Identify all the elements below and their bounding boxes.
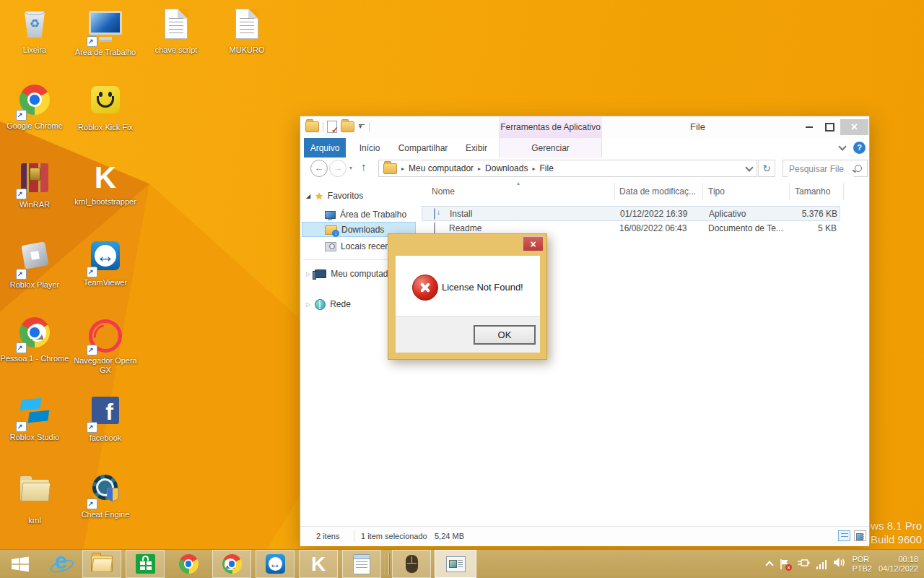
desktop-icon-pessoa1-chrome[interactable]: Pessoa 1 - Chrome	[0, 315, 69, 363]
desktop-icon-teamviewer[interactable]: TeamViewer	[71, 238, 140, 288]
minimize-button[interactable]	[800, 119, 819, 135]
properties-icon[interactable]	[327, 121, 337, 133]
title-bar[interactable]: Ferramentas de Aplicativo File	[300, 116, 869, 138]
breadcrumb-item[interactable]: Meu computador	[409, 163, 474, 173]
separator	[369, 122, 370, 132]
search-icon[interactable]	[855, 165, 862, 172]
sidebar-item-downloads[interactable]: Downloads	[325, 223, 384, 237]
taskbar: POR PTB2 00:18 04/12/2022	[0, 549, 924, 578]
ribbon-collapse-chevron-icon[interactable]	[838, 142, 846, 150]
maximize-button[interactable]	[820, 119, 839, 135]
qat-customize-caret-icon[interactable]	[358, 123, 365, 131]
breadcrumb-item[interactable]: File	[539, 163, 553, 173]
details-view-icon[interactable]	[838, 530, 850, 541]
chevron-up-icon[interactable]	[765, 561, 773, 569]
taskbar-internet-explorer[interactable]	[42, 550, 81, 578]
sidebar-item-favoritos[interactable]: Favoritos	[306, 189, 363, 203]
desktop-icon-lixeira[interactable]: Lixeira	[0, 6, 69, 55]
desktop-icon-roblox-player[interactable]: Roblox Player	[0, 238, 69, 290]
time: 00:18	[879, 555, 918, 564]
breadcrumb-item[interactable]: Downloads	[485, 163, 528, 173]
desktop-icon-roblox-studio[interactable]: Roblox Studio	[0, 393, 69, 442]
tab-exibir[interactable]: Exibir	[456, 138, 497, 158]
refresh-button[interactable]	[758, 160, 775, 177]
start-button[interactable]	[1, 550, 39, 578]
dialog-body: License Not Found! OK	[396, 256, 540, 353]
column-divider[interactable]	[702, 183, 703, 200]
column-header-nome[interactable]: Nome	[432, 186, 455, 197]
sidebar-item-meu-computador[interactable]: Meu computador	[306, 267, 396, 281]
desktop-icon-opera-gx[interactable]: Navegador Opera GX	[71, 315, 140, 375]
taskbar-active-dialog[interactable]	[435, 550, 476, 578]
icon-image	[17, 163, 52, 198]
desktop-icon-area-de-trabalho[interactable]: Área de Trabalho	[71, 6, 140, 57]
breadcrumb[interactable]: Meu computador Downloads File	[378, 160, 757, 177]
column-header-tipo[interactable]: Tipo	[708, 186, 725, 197]
taskbar-teamviewer[interactable]	[256, 550, 295, 578]
winrar-books-icon	[21, 163, 48, 192]
taskbar-chrome[interactable]	[169, 550, 208, 578]
thumbnails-view-icon[interactable]	[854, 530, 866, 541]
desktop-icon-label: Área de Trabalho	[67, 48, 144, 57]
desktop-icon-facebook[interactable]: facebook	[71, 393, 140, 443]
column-divider[interactable]	[614, 183, 615, 200]
desktop-icon-winrar[interactable]: WinRAR	[0, 160, 69, 210]
history-caret-icon[interactable]	[349, 165, 352, 171]
desktop-icon-cheat-engine[interactable]: Cheat Engine	[71, 471, 140, 519]
taskbar-file-explorer[interactable]	[82, 550, 121, 578]
desktop-icon-google-chrome[interactable]: Google Chrome	[0, 82, 69, 131]
new-folder-icon[interactable]	[341, 121, 354, 132]
taskbar-mouse-app[interactable]	[392, 550, 431, 578]
taskbar-notepad[interactable]	[342, 550, 381, 578]
error-dialog: License Not Found! OK	[388, 233, 547, 360]
desktop-icon-chave-script[interactable]: chave script	[141, 6, 211, 55]
network-signal-icon[interactable]	[816, 559, 827, 569]
expander-closed-icon[interactable]	[306, 301, 310, 308]
desktop-icon-mukuro[interactable]: MUKURO	[212, 6, 282, 55]
desktop-icon-roblox-kick-fix[interactable]: Roblox Kick Fix	[71, 82, 140, 132]
close-button[interactable]	[840, 119, 868, 135]
icon-image	[88, 86, 123, 121]
contextual-tab-header[interactable]: Ferramentas de Aplicativo	[499, 116, 602, 138]
dialog-close-button[interactable]	[523, 236, 544, 251]
taskbar-chrome-person[interactable]	[212, 550, 251, 578]
desktop-icon-label: krnl_bootstrapper	[67, 197, 144, 207]
desktop-icon-krnl-bootstrapper[interactable]: krnl_bootstrapper	[71, 160, 140, 207]
up-button[interactable]	[361, 160, 367, 173]
action-center-flag-icon[interactable]	[779, 558, 790, 570]
language-indicator[interactable]: POR PTB2	[852, 555, 872, 574]
file-row-install[interactable]: Install 01/12/2022 16:39 Aplicativo 5.37…	[422, 206, 840, 221]
back-button[interactable]	[310, 160, 328, 177]
address-dropdown-chevron-icon[interactable]	[745, 163, 753, 171]
tab-inicio[interactable]: Início	[349, 138, 390, 158]
shortcut-arrow-icon	[16, 110, 27, 121]
taskbar-krnl[interactable]	[299, 550, 338, 578]
internet-explorer-icon	[51, 553, 72, 576]
sidebar-item-area-de-trabalho[interactable]: Área de Trabalho	[325, 207, 406, 222]
desktop-icon-label: krnl	[0, 516, 73, 525]
tab-compartilhar[interactable]: Compartilhar	[390, 138, 456, 158]
sidebar-item-rede[interactable]: Rede	[306, 297, 351, 311]
desktop-icon-krnl-folder[interactable]: krnl	[0, 471, 69, 525]
ok-button[interactable]: OK	[474, 325, 536, 345]
column-header-data[interactable]: Data de modificaç...	[619, 186, 696, 197]
taskbar-windows-store[interactable]	[126, 550, 165, 578]
clock[interactable]: 00:18 04/12/2022	[879, 555, 918, 574]
column-divider[interactable]	[843, 183, 844, 200]
expander-open-icon[interactable]	[306, 193, 310, 199]
volume-icon[interactable]	[833, 557, 845, 571]
sidebar-item-label: Área de Trabalho	[340, 210, 406, 220]
column-divider[interactable]	[789, 183, 790, 200]
folder-icon[interactable]	[305, 121, 319, 132]
text-file-icon	[235, 9, 258, 39]
help-icon[interactable]	[853, 142, 866, 154]
search-input[interactable]	[788, 161, 854, 177]
expander-closed-icon[interactable]	[306, 271, 310, 277]
tab-arquivo[interactable]: Arquivo	[304, 138, 346, 158]
file-explorer-icon	[91, 556, 113, 572]
tab-gerenciar[interactable]: Gerenciar	[499, 138, 602, 158]
forward-button[interactable]	[329, 160, 346, 177]
column-header-tamanho[interactable]: Tamanho	[795, 186, 830, 197]
sidebar-item-label: Downloads	[341, 225, 384, 235]
power-plug-icon[interactable]	[797, 558, 810, 571]
